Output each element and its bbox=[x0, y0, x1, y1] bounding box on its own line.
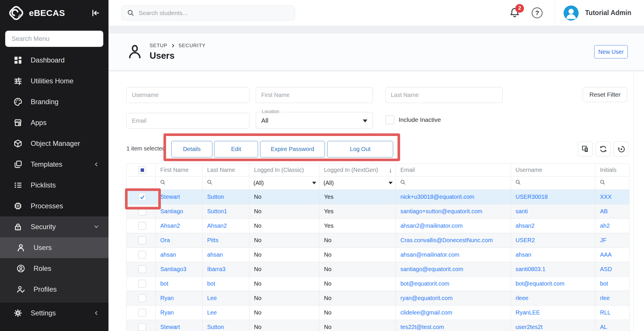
include-inactive-checkbox[interactable] bbox=[385, 115, 394, 124]
column-header-username[interactable]: Username bbox=[511, 164, 595, 176]
refresh-button[interactable] bbox=[596, 141, 611, 157]
notifications-button[interactable]: 2 bbox=[509, 7, 520, 19]
cell-email[interactable]: ryan@equatorit.com bbox=[396, 291, 511, 306]
table-row[interactable]: StewartSuttonNoYesnick+u30018@equatorit.… bbox=[127, 190, 630, 204]
sidebar-item-processes[interactable]: Processes bbox=[0, 196, 108, 216]
filter-cell-classic[interactable]: (All) bbox=[249, 176, 319, 190]
row-checkbox[interactable] bbox=[138, 323, 146, 331]
cell-first[interactable]: Ryan bbox=[156, 291, 203, 306]
table-row[interactable]: StewartSuttonNoNotes22t@test.comuser2tes… bbox=[127, 320, 630, 331]
cell-initials[interactable]: JF bbox=[595, 233, 630, 248]
cell-email[interactable]: santiago+sutton@equatorit.com bbox=[396, 204, 511, 219]
sidebar-item-picklists[interactable]: Picklists bbox=[0, 175, 108, 196]
cell-initials[interactable]: bot bbox=[595, 277, 630, 291]
column-header-first-name[interactable]: First Name bbox=[156, 164, 203, 176]
row-checkbox[interactable] bbox=[138, 294, 146, 302]
cell-last[interactable]: bot bbox=[203, 277, 249, 291]
cell-last[interactable]: Ibarra3 bbox=[203, 262, 249, 277]
cell-first[interactable]: Stewart bbox=[156, 190, 203, 204]
cell-username[interactable]: santi bbox=[511, 204, 595, 219]
cell-username[interactable]: USER30018 bbox=[511, 190, 595, 204]
table-row[interactable]: RyanLeeNoNoclidelee@gmail.comRyanLEERLL bbox=[127, 306, 630, 320]
table-row[interactable]: SantiagoSutton1NoYessantiago+sutton@equa… bbox=[127, 204, 630, 219]
sidebar-item-utilities-home[interactable]: Utilities Home bbox=[0, 71, 108, 91]
sidebar-item-dashboard[interactable]: Dashboard bbox=[0, 50, 108, 71]
export-columns-button[interactable] bbox=[578, 141, 593, 157]
cell-initials[interactable]: RLL bbox=[595, 306, 630, 320]
log-out-button[interactable]: Log Out bbox=[327, 141, 393, 157]
table-row[interactable]: RyanLeeNoNoryan@equatorit.comrleeerlee bbox=[127, 291, 630, 306]
filter-cell-email[interactable] bbox=[396, 176, 511, 190]
cell-username[interactable]: santi0803.1 bbox=[511, 262, 595, 277]
history-button[interactable] bbox=[614, 141, 629, 157]
row-checkbox[interactable] bbox=[138, 222, 146, 230]
table-row[interactable]: OraPittsNoNoCras.convallis@DonecestNunc.… bbox=[127, 233, 630, 248]
new-user-button[interactable]: New User bbox=[594, 45, 628, 58]
cell-initials[interactable]: AAA bbox=[595, 248, 630, 262]
cell-initials[interactable]: ASD bbox=[595, 262, 630, 277]
cell-last[interactable]: Ahsan2 bbox=[203, 219, 249, 233]
row-checkbox[interactable] bbox=[138, 265, 146, 273]
sidebar-item-roles[interactable]: Roles bbox=[0, 258, 108, 279]
filter-email-input[interactable] bbox=[126, 113, 249, 129]
user-name[interactable]: Tutorial Admin bbox=[585, 9, 631, 17]
cell-first[interactable]: Ahsan2 bbox=[156, 219, 203, 233]
filter-cell-last-name[interactable] bbox=[203, 176, 249, 190]
user-avatar[interactable] bbox=[564, 5, 579, 21]
cell-username[interactable]: USER2 bbox=[511, 233, 595, 248]
column-header-initials[interactable]: Initials bbox=[595, 164, 630, 176]
row-checkbox[interactable] bbox=[138, 280, 146, 288]
breadcrumb-security[interactable]: SECURITY bbox=[179, 43, 206, 49]
table-row[interactable]: Santiago3Ibarra3NoNosantiago@equatorit.c… bbox=[127, 262, 630, 277]
row-checkbox[interactable] bbox=[138, 309, 146, 317]
breadcrumb-setup[interactable]: SETUP bbox=[150, 43, 168, 49]
cell-first[interactable]: ahsan bbox=[156, 248, 203, 262]
select-all-checkbox[interactable] bbox=[138, 166, 146, 174]
cell-username[interactable]: user2tes2t bbox=[511, 320, 595, 331]
sidebar-item-security[interactable]: Security bbox=[0, 216, 108, 237]
cell-email[interactable]: bot@equatorit.com bbox=[396, 277, 511, 291]
cell-last[interactable]: ahsan bbox=[203, 248, 249, 262]
help-button[interactable]: ? bbox=[532, 8, 542, 18]
cell-email[interactable]: ahsan@mailinator.com bbox=[396, 248, 511, 262]
filter-cell-first-name[interactable] bbox=[156, 176, 203, 190]
cell-email[interactable]: tes22t@test.com bbox=[396, 320, 511, 331]
expire-password-button[interactable]: Expire Password bbox=[260, 141, 325, 157]
sidebar-item-branding[interactable]: Branding bbox=[0, 91, 108, 112]
column-header-email[interactable]: Email bbox=[396, 164, 511, 176]
sidebar-search-input[interactable] bbox=[5, 31, 103, 47]
cell-last[interactable]: Sutton bbox=[203, 320, 249, 331]
sidebar-item-templates[interactable]: Templates bbox=[0, 154, 108, 175]
sidebar-item-apps[interactable]: Apps bbox=[0, 112, 108, 133]
table-row[interactable]: Ahsan2Ahsan2NoYesahsan2@mailinator.comah… bbox=[127, 219, 630, 233]
row-checkbox[interactable] bbox=[138, 236, 146, 244]
cell-username[interactable]: RyanLEE bbox=[511, 306, 595, 320]
filter-cell-username[interactable] bbox=[511, 176, 595, 190]
cell-email[interactable]: ahsan2@mailinator.com bbox=[396, 219, 511, 233]
cell-username[interactable]: bot@equatorit.com bbox=[511, 277, 595, 291]
row-checkbox[interactable] bbox=[138, 193, 146, 201]
cell-first[interactable]: Stewart bbox=[156, 320, 203, 331]
cell-initials[interactable]: rlee bbox=[595, 291, 630, 306]
sidebar-item-users[interactable]: Users bbox=[0, 237, 108, 258]
student-search-input[interactable] bbox=[139, 10, 290, 16]
filter-cell-nextgen[interactable]: (All) bbox=[319, 176, 396, 190]
column-header-last-name[interactable]: Last Name bbox=[203, 164, 249, 176]
cell-first[interactable]: bot bbox=[156, 277, 203, 291]
filter-last-name-input[interactable] bbox=[385, 87, 503, 103]
cell-email[interactable]: nick+u30018@equatorit.com bbox=[396, 190, 511, 204]
select-all-header[interactable] bbox=[127, 164, 156, 176]
reset-filter-button[interactable]: Reset Filter bbox=[583, 87, 627, 102]
column-header-logged-in-nextgen[interactable]: Logged In (NextGen)↓ bbox=[319, 164, 396, 176]
cell-first[interactable]: Santiago3 bbox=[156, 262, 203, 277]
cell-email[interactable]: Cras.convallis@DonecestNunc.com bbox=[396, 233, 511, 248]
cell-email[interactable]: clidelee@gmail.com bbox=[396, 306, 511, 320]
cell-first[interactable]: Santiago bbox=[156, 204, 203, 219]
row-checkbox[interactable] bbox=[138, 251, 146, 259]
cell-first[interactable]: Ryan bbox=[156, 306, 203, 320]
cell-initials[interactable]: AB bbox=[595, 204, 630, 219]
sidebar-item-object-manager[interactable]: Object Manager bbox=[0, 133, 108, 154]
cell-email[interactable]: santiago@equatorit.com bbox=[396, 262, 511, 277]
sidebar-item-profiles[interactable]: Profiles bbox=[0, 279, 108, 300]
sidebar-collapse-icon[interactable] bbox=[91, 8, 100, 18]
